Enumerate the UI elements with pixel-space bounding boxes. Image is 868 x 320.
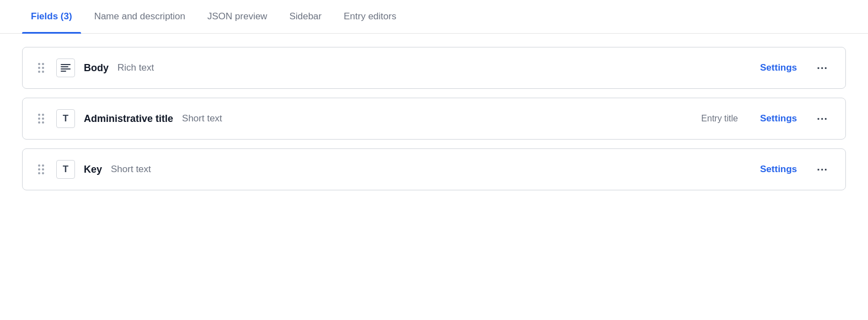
more-button-body[interactable]: ··· [812,60,832,76]
settings-button-body[interactable]: Settings [756,60,801,76]
field-row-body: Body Rich text Settings ··· [22,47,846,89]
field-type-key: Short text [111,164,151,175]
more-button-key[interactable]: ··· [812,162,832,177]
settings-button-key[interactable]: Settings [756,162,801,177]
field-row-administrative-title: T Administrative title Short text Entry … [22,98,846,140]
tab-json-preview[interactable]: JSON preview [199,0,276,33]
drag-dot [38,121,40,124]
drag-dot [42,164,44,167]
field-type-body: Rich text [117,62,154,73]
drag-dot [38,164,40,167]
drag-dot [42,118,44,120]
tabs-nav: Fields (3) Name and description JSON pre… [0,0,868,34]
field-row-key: T Key Short text Settings ··· [22,148,846,190]
drag-dot [38,172,40,174]
drag-dot [38,168,40,170]
drag-handle-body[interactable] [36,61,46,75]
field-name-administrative-title: Administrative title [84,113,173,125]
drag-handle-key[interactable] [36,162,46,177]
text-icon-key: T [56,160,75,179]
more-button-administrative-title[interactable]: ··· [812,111,832,126]
drag-dot [38,114,40,116]
drag-dot [42,67,44,69]
drag-dot [42,121,44,124]
drag-dot [38,71,40,73]
text-icon-administrative-title: T [56,109,75,128]
field-name-key: Key [84,164,102,175]
field-type-administrative-title: Short text [182,113,222,124]
tab-entry-editors[interactable]: Entry editors [335,0,405,33]
tab-name-description[interactable]: Name and description [85,0,194,33]
tab-sidebar[interactable]: Sidebar [281,0,331,33]
drag-handle-administrative-title[interactable] [36,111,46,126]
field-name-body: Body [84,62,109,74]
drag-dot [38,63,40,65]
drag-dot [38,67,40,69]
drag-dot [42,71,44,73]
drag-dot [42,168,44,170]
rich-text-icon [56,58,75,77]
field-badge-administrative-title: Entry title [701,114,738,124]
settings-button-administrative-title[interactable]: Settings [756,111,801,126]
tab-fields[interactable]: Fields (3) [22,0,81,33]
drag-dot [42,63,44,65]
drag-dot [42,114,44,116]
drag-dot [38,118,40,120]
fields-list: Body Rich text Settings ··· T Administra… [0,34,868,204]
drag-dot [42,172,44,174]
